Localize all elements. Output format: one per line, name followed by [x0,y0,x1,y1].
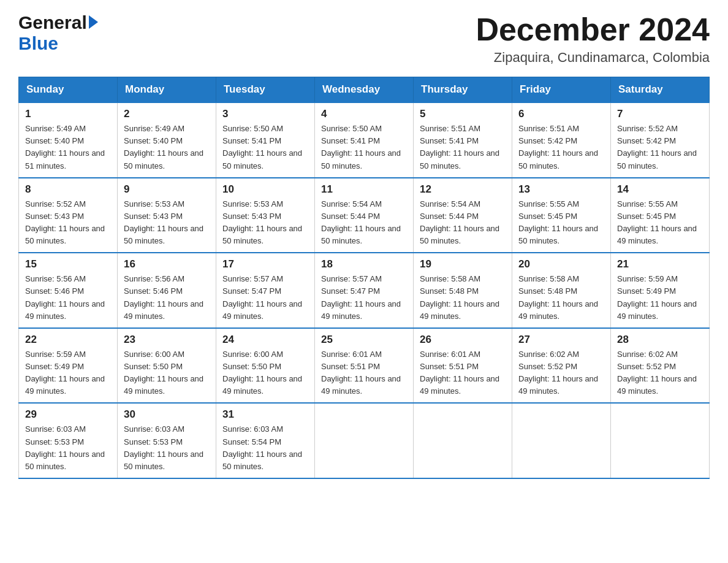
day-info: Sunrise: 5:54 AMSunset: 5:44 PMDaylight:… [321,198,407,248]
calendar-day-cell [414,403,512,478]
day-number: 1 [25,108,111,120]
day-info: Sunrise: 5:57 AMSunset: 5:47 PMDaylight:… [222,273,308,323]
day-info: Sunrise: 6:03 AMSunset: 5:53 PMDaylight:… [25,423,111,473]
day-number: 24 [222,334,308,346]
day-number: 25 [321,334,407,346]
logo-bottom: Blue [18,33,58,54]
calendar-day-cell: 4Sunrise: 5:50 AMSunset: 5:41 PMDaylight… [315,102,414,178]
calendar-day-cell: 24Sunrise: 6:00 AMSunset: 5:50 PMDayligh… [216,328,315,404]
calendar-day-cell [611,403,710,478]
day-info: Sunrise: 5:55 AMSunset: 5:45 PMDaylight:… [518,198,604,248]
day-number: 17 [222,258,308,270]
day-info: Sunrise: 6:01 AMSunset: 5:51 PMDaylight:… [420,348,506,398]
day-info: Sunrise: 6:03 AMSunset: 5:54 PMDaylight:… [222,423,308,473]
day-number: 16 [124,258,210,270]
day-number: 15 [25,258,111,270]
calendar-day-cell: 22Sunrise: 5:59 AMSunset: 5:49 PMDayligh… [19,328,118,404]
calendar-day-cell: 12Sunrise: 5:54 AMSunset: 5:44 PMDayligh… [414,178,512,253]
day-info: Sunrise: 6:03 AMSunset: 5:53 PMDaylight:… [124,423,210,473]
weekday-header-wednesday: Wednesday [315,77,414,103]
calendar-week-row: 29Sunrise: 6:03 AMSunset: 5:53 PMDayligh… [19,403,710,478]
calendar-day-cell: 23Sunrise: 6:00 AMSunset: 5:50 PMDayligh… [118,328,216,404]
logo-arrow-icon [89,15,98,29]
day-info: Sunrise: 5:52 AMSunset: 5:43 PMDaylight:… [25,198,111,248]
calendar-day-cell: 8Sunrise: 5:52 AMSunset: 5:43 PMDaylight… [19,178,118,253]
calendar-day-cell: 2Sunrise: 5:49 AMSunset: 5:40 PMDaylight… [118,102,216,178]
day-number: 9 [124,183,210,196]
calendar-table: SundayMondayTuesdayWednesdayThursdayFrid… [18,77,710,479]
day-number: 26 [420,334,506,346]
month-title: December 2024 [476,12,710,47]
weekday-header-sunday: Sunday [19,77,118,103]
logo-top: General [18,12,98,33]
day-info: Sunrise: 5:59 AMSunset: 5:49 PMDaylight:… [617,273,703,323]
day-info: Sunrise: 6:00 AMSunset: 5:50 PMDaylight:… [222,348,308,398]
weekday-header-row: SundayMondayTuesdayWednesdayThursdayFrid… [19,77,710,103]
day-number: 4 [321,108,407,120]
calendar-day-cell: 26Sunrise: 6:01 AMSunset: 5:51 PMDayligh… [414,328,512,404]
day-number: 29 [25,408,111,421]
calendar-day-cell: 17Sunrise: 5:57 AMSunset: 5:47 PMDayligh… [216,253,315,328]
day-info: Sunrise: 5:57 AMSunset: 5:47 PMDaylight:… [321,273,407,323]
day-number: 3 [222,108,308,120]
day-info: Sunrise: 5:52 AMSunset: 5:42 PMDaylight:… [617,123,703,172]
calendar-week-row: 8Sunrise: 5:52 AMSunset: 5:43 PMDaylight… [19,178,710,253]
day-number: 30 [124,408,210,421]
calendar-day-cell: 20Sunrise: 5:58 AMSunset: 5:48 PMDayligh… [512,253,611,328]
calendar-day-cell: 31Sunrise: 6:03 AMSunset: 5:54 PMDayligh… [216,403,315,478]
day-number: 18 [321,258,407,270]
day-number: 10 [222,183,308,196]
calendar-day-cell [512,403,611,478]
calendar-day-cell: 28Sunrise: 6:02 AMSunset: 5:52 PMDayligh… [611,328,710,404]
page-header: General Blue December 2024 Zipaquira, Cu… [18,12,710,66]
weekday-header-saturday: Saturday [611,77,710,103]
logo: General Blue [18,12,98,54]
day-info: Sunrise: 5:50 AMSunset: 5:41 PMDaylight:… [222,123,308,172]
day-number: 11 [321,183,407,196]
calendar-day-cell: 1Sunrise: 5:49 AMSunset: 5:40 PMDaylight… [19,102,118,178]
day-info: Sunrise: 5:53 AMSunset: 5:43 PMDaylight:… [124,198,210,248]
calendar-day-cell: 7Sunrise: 5:52 AMSunset: 5:42 PMDaylight… [611,102,710,178]
day-number: 22 [25,334,111,346]
location-title: Zipaquira, Cundinamarca, Colombia [476,50,710,66]
calendar-day-cell: 6Sunrise: 5:51 AMSunset: 5:42 PMDaylight… [512,102,611,178]
logo-blue-text: Blue [18,33,58,53]
day-info: Sunrise: 5:51 AMSunset: 5:41 PMDaylight:… [420,123,506,172]
weekday-header-monday: Monday [118,77,216,103]
day-info: Sunrise: 5:51 AMSunset: 5:42 PMDaylight:… [518,123,604,172]
title-block: December 2024 Zipaquira, Cundinamarca, C… [476,12,710,66]
calendar-day-cell: 9Sunrise: 5:53 AMSunset: 5:43 PMDaylight… [118,178,216,253]
day-info: Sunrise: 5:53 AMSunset: 5:43 PMDaylight:… [222,198,308,248]
calendar-day-cell: 30Sunrise: 6:03 AMSunset: 5:53 PMDayligh… [118,403,216,478]
day-info: Sunrise: 5:58 AMSunset: 5:48 PMDaylight:… [420,273,506,323]
day-number: 28 [617,334,703,346]
logo-general-text: General [18,12,87,33]
day-info: Sunrise: 6:00 AMSunset: 5:50 PMDaylight:… [124,348,210,398]
calendar-day-cell: 16Sunrise: 5:56 AMSunset: 5:46 PMDayligh… [118,253,216,328]
day-number: 2 [124,108,210,120]
day-number: 23 [124,334,210,346]
day-info: Sunrise: 5:56 AMSunset: 5:46 PMDaylight:… [124,273,210,323]
calendar-week-row: 15Sunrise: 5:56 AMSunset: 5:46 PMDayligh… [19,253,710,328]
day-number: 20 [518,258,604,270]
day-number: 13 [518,183,604,196]
calendar-day-cell: 29Sunrise: 6:03 AMSunset: 5:53 PMDayligh… [19,403,118,478]
calendar-day-cell [315,403,414,478]
calendar-day-cell: 13Sunrise: 5:55 AMSunset: 5:45 PMDayligh… [512,178,611,253]
day-info: Sunrise: 6:02 AMSunset: 5:52 PMDaylight:… [617,348,703,398]
weekday-header-friday: Friday [512,77,611,103]
day-info: Sunrise: 5:50 AMSunset: 5:41 PMDaylight:… [321,123,407,172]
day-info: Sunrise: 5:49 AMSunset: 5:40 PMDaylight:… [25,123,111,172]
day-number: 5 [420,108,506,120]
day-info: Sunrise: 5:59 AMSunset: 5:49 PMDaylight:… [25,348,111,398]
calendar-day-cell: 11Sunrise: 5:54 AMSunset: 5:44 PMDayligh… [315,178,414,253]
day-number: 7 [617,108,703,120]
day-info: Sunrise: 5:55 AMSunset: 5:45 PMDaylight:… [617,198,703,248]
calendar-day-cell: 27Sunrise: 6:02 AMSunset: 5:52 PMDayligh… [512,328,611,404]
day-info: Sunrise: 6:01 AMSunset: 5:51 PMDaylight:… [321,348,407,398]
calendar-day-cell: 15Sunrise: 5:56 AMSunset: 5:46 PMDayligh… [19,253,118,328]
day-number: 19 [420,258,506,270]
day-info: Sunrise: 5:49 AMSunset: 5:40 PMDaylight:… [124,123,210,172]
day-number: 21 [617,258,703,270]
calendar-week-row: 22Sunrise: 5:59 AMSunset: 5:49 PMDayligh… [19,328,710,404]
